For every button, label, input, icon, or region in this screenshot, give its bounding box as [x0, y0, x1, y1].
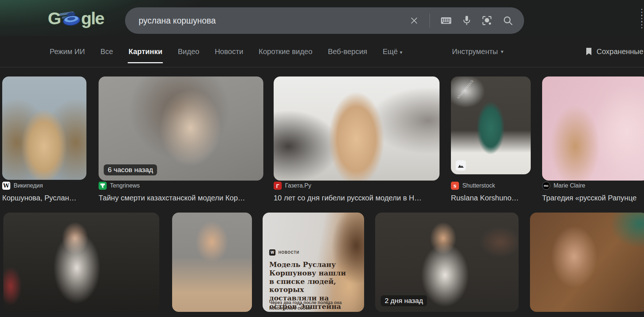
- wikipedia-favicon-icon: W: [2, 182, 10, 190]
- source-row[interactable]: s Shutterstock: [451, 182, 531, 190]
- result-title[interactable]: Коршунова, Руслан…: [2, 194, 86, 202]
- tab-more[interactable]: Ещё ▾: [382, 37, 403, 66]
- result-title[interactable]: 10 лет со дня гибели русской модели в Н…: [274, 194, 440, 202]
- tab-web[interactable]: Веб-версия: [327, 37, 368, 66]
- tengrinews-favicon-icon: [99, 182, 107, 190]
- tabs-list: Режим ИИ Все Картинки Видео Новости Коро…: [49, 36, 403, 67]
- tab-ai-mode[interactable]: Режим ИИ: [49, 37, 86, 66]
- news-subtext: Через два года после полёта она покончил…: [269, 300, 343, 311]
- result-image-marieclaire[interactable]: [542, 76, 644, 181]
- source-row[interactable]: mc Marie Claire: [542, 182, 644, 190]
- result-title[interactable]: Трагедия «русской Рапунце: [542, 194, 644, 202]
- news-source-icon: W: [269, 249, 275, 256]
- result-caption: Г Газета.Ру 10 лет со дня гибели русской…: [274, 182, 440, 202]
- mic-icon[interactable]: [462, 15, 471, 26]
- tab-news[interactable]: Новости: [214, 37, 244, 66]
- watermark-text: shutterstock: [456, 78, 474, 100]
- result-title[interactable]: Ruslana Korshuno…: [451, 194, 531, 202]
- tab-videos[interactable]: Видео: [177, 37, 200, 66]
- result-image-news-overlay[interactable]: W НОВОСТИ Модель Руслану Коршунову нашли…: [263, 213, 364, 312]
- bookmark-icon: [585, 47, 593, 56]
- result-image[interactable]: [530, 213, 644, 312]
- search-input[interactable]: руслана коршунова: [125, 16, 409, 26]
- overflow-menu-icon[interactable]: ⋮ ⋮ ⋮: [637, 9, 644, 28]
- tabs-bar: Режим ИИ Все Картинки Видео Новости Коро…: [0, 36, 644, 67]
- source-row[interactable]: W Википедия: [2, 182, 86, 190]
- result-image-gazeta[interactable]: [274, 76, 440, 181]
- source-row[interactable]: Г Газета.Ру: [274, 182, 440, 190]
- result-image-wikipedia[interactable]: [2, 76, 86, 180]
- time-badge: 6 часов назад: [104, 164, 157, 175]
- result-caption: s Shutterstock Ruslana Korshuno…: [451, 182, 531, 202]
- tools-dropdown[interactable]: Инструменты ▾: [452, 36, 504, 67]
- logo-letters-gle: gle: [81, 8, 104, 28]
- tab-short-videos[interactable]: Короткие видео: [258, 37, 313, 66]
- result-image-shutterstock[interactable]: shutterstock: [451, 76, 531, 174]
- marieclaire-favicon-icon: mc: [542, 182, 550, 190]
- photo-collection-icon: [456, 160, 466, 171]
- saved-button[interactable]: Сохраненные: [585, 36, 643, 67]
- top-header: G gle руслана коршунова: [0, 0, 644, 36]
- result-caption: mc Marie Claire Трагедия «русской Рапунц…: [542, 182, 644, 202]
- curling-stone-doodle-icon: [59, 8, 83, 28]
- search-divider: [430, 14, 430, 28]
- clear-icon[interactable]: [409, 16, 419, 25]
- lens-icon[interactable]: [482, 15, 492, 26]
- google-logo[interactable]: G gle: [48, 7, 104, 29]
- chevron-down-icon: ▾: [400, 49, 402, 55]
- logo-letter-g: G: [48, 8, 61, 28]
- result-image-tengrinews[interactable]: 6 часов назад: [99, 76, 263, 181]
- result-caption: Tengrinews Тайну смерти казахстанской мо…: [99, 182, 263, 202]
- tab-all[interactable]: Все: [100, 37, 114, 66]
- news-overlay: W НОВОСТИ Модель Руслану Коршунову нашли…: [263, 213, 364, 312]
- search-icon[interactable]: [503, 15, 513, 26]
- news-badge: W НОВОСТИ: [269, 249, 299, 256]
- chevron-down-icon: ▾: [501, 49, 504, 54]
- result-image[interactable]: [3, 213, 159, 312]
- result-title[interactable]: Тайну смерти казахстанской модели Кор…: [99, 194, 263, 202]
- result-image[interactable]: [172, 213, 252, 312]
- search-bar: руслана коршунова: [125, 7, 524, 34]
- shutterstock-favicon-icon: s: [451, 182, 459, 190]
- keyboard-icon[interactable]: [441, 16, 452, 25]
- tab-images[interactable]: Картинки: [128, 37, 163, 66]
- result-caption: W Википедия Коршунова, Руслан…: [2, 182, 86, 202]
- gazeta-favicon-icon: Г: [274, 182, 282, 190]
- time-badge: 2 дня назад: [381, 295, 427, 306]
- result-image[interactable]: 2 дня назад: [375, 213, 519, 312]
- source-row[interactable]: Tengrinews: [99, 182, 263, 190]
